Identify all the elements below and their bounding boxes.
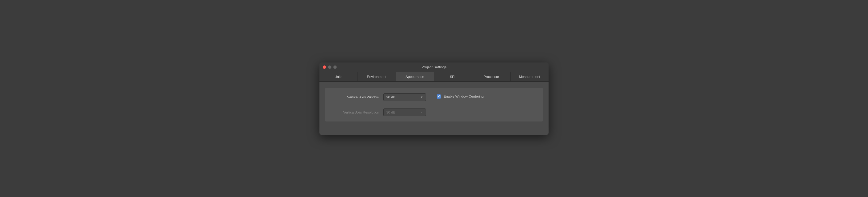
vertical-axis-window-dropdown[interactable]: 90 dB ▼ bbox=[383, 93, 426, 101]
vertical-axis-window-row: Vertical Axis Window 90 dB ▼ bbox=[331, 93, 426, 101]
titlebar: Project Settings bbox=[319, 63, 549, 72]
tab-appearance[interactable]: Appearance bbox=[396, 72, 434, 81]
checkmark-icon: ✓ bbox=[438, 95, 440, 98]
tab-units[interactable]: Units bbox=[319, 72, 358, 81]
tab-processor[interactable]: Processor bbox=[472, 72, 511, 81]
vertical-axis-resolution-label: Vertical Axis Resolution bbox=[331, 110, 379, 114]
close-button[interactable] bbox=[323, 66, 326, 69]
tab-bar: Units Environment Appearance SPL Process… bbox=[319, 72, 549, 82]
dropdown-arrow-icon: ▼ bbox=[421, 96, 423, 98]
vertical-axis-window-value: 90 dB bbox=[386, 95, 395, 99]
tab-spl[interactable]: SPL bbox=[434, 72, 473, 81]
vertical-axis-window-label: Vertical Axis Window bbox=[331, 95, 379, 99]
settings-panel: Vertical Axis Window 90 dB ▼ Vertical Ax… bbox=[325, 88, 543, 121]
vertical-axis-resolution-row: Vertical Axis Resolution 30 dB ▼ bbox=[331, 109, 426, 116]
window-title: Project Settings bbox=[422, 65, 446, 69]
tab-measurement[interactable]: Measurement bbox=[511, 72, 549, 81]
enable-window-centering-checkbox[interactable]: ✓ bbox=[437, 94, 441, 98]
tab-environment[interactable]: Environment bbox=[358, 72, 396, 81]
minimize-button[interactable] bbox=[328, 66, 332, 69]
left-settings: Vertical Axis Window 90 dB ▼ Vertical Ax… bbox=[331, 93, 426, 116]
right-settings: ✓ Enable Window Centering bbox=[437, 93, 484, 98]
enable-window-centering-label: Enable Window Centering bbox=[443, 94, 484, 98]
vertical-axis-resolution-value: 30 dB bbox=[386, 110, 395, 114]
vertical-axis-resolution-dropdown: 30 dB ▼ bbox=[383, 109, 426, 116]
traffic-lights bbox=[323, 66, 337, 69]
project-settings-window: Project Settings Units Environment Appea… bbox=[319, 63, 549, 135]
maximize-button[interactable] bbox=[333, 66, 337, 69]
dropdown-arrow-disabled-icon: ▼ bbox=[421, 111, 423, 114]
enable-window-centering-row: ✓ Enable Window Centering bbox=[437, 94, 484, 98]
content-area: Vertical Axis Window 90 dB ▼ Vertical Ax… bbox=[319, 82, 549, 135]
